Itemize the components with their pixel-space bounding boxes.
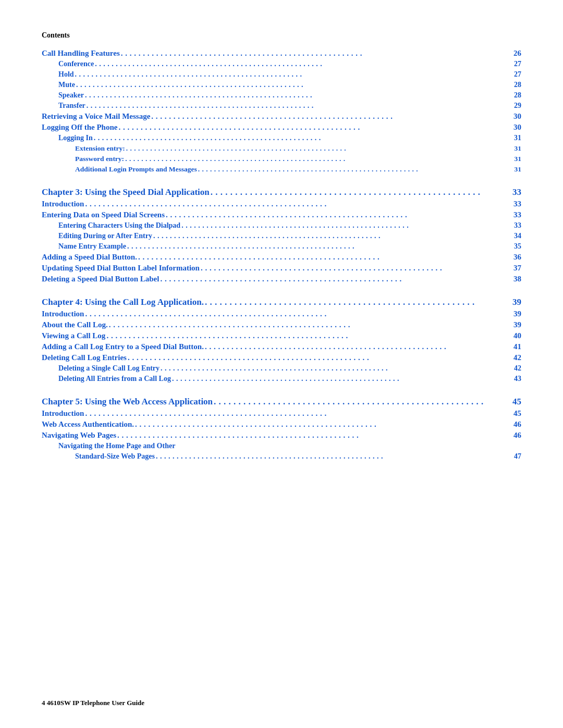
toc-page-extension-entry: 31 bbox=[507, 144, 521, 153]
toc-label-chapter4: Chapter 4: Using the Call Log Applicatio… bbox=[42, 297, 204, 307]
toc-page-entering-chars: 33 bbox=[507, 221, 521, 230]
toc-label-nav-standard: Standard-Size Web Pages bbox=[75, 452, 155, 461]
toc-label-transfer: Transfer bbox=[58, 102, 85, 110]
toc-page-conference: 27 bbox=[507, 60, 521, 68]
toc-dots-adding-speed: . . . . . . . . . . . . . . . . . . . . … bbox=[138, 253, 506, 262]
toc-entry-chapter5[interactable]: Chapter 5: Using the Web Access Applicat… bbox=[42, 397, 521, 407]
toc-entry-logging-off[interactable]: Logging Off the Phone . . . . . . . . . … bbox=[42, 123, 521, 132]
toc-label-nav-home: Navigating the Home Page and Other bbox=[58, 442, 175, 450]
toc-label-editing-during: Editing During or After Entry bbox=[58, 232, 152, 240]
toc-entry-web-auth[interactable]: Web Access Authentication. . . . . . . .… bbox=[42, 420, 521, 429]
toc-entry-intro5[interactable]: Introduction . . . . . . . . . . . . . .… bbox=[42, 409, 521, 418]
toc-label-chapter3: Chapter 3: Using the Speed Dial Applicat… bbox=[42, 187, 210, 198]
toc-page-chapter3: 33 bbox=[507, 187, 521, 198]
toc-label-deleting-call-entries: Deleting Call Log Entries bbox=[42, 353, 127, 362]
toc-label-entering-data: Entering Data on Speed Dial Screens bbox=[42, 211, 165, 219]
toc-entry-navigating-web[interactable]: Navigating Web Pages . . . . . . . . . .… bbox=[42, 431, 521, 440]
toc-entry-about-call-log[interactable]: About the Call Log. . . . . . . . . . . … bbox=[42, 320, 521, 329]
toc-label-entering-chars: Entering Characters Using the Dialpad bbox=[58, 221, 180, 230]
toc-entry-conference[interactable]: Conference . . . . . . . . . . . . . . .… bbox=[42, 60, 521, 68]
toc-dots-navigating-web: . . . . . . . . . . . . . . . . . . . . … bbox=[117, 431, 506, 440]
toc-label-intro3: Introduction bbox=[42, 200, 84, 208]
toc-entry-deleting-single[interactable]: Deleting a Single Call Log Entry . . . .… bbox=[42, 364, 521, 373]
toc-entry-hold[interactable]: Hold . . . . . . . . . . . . . . . . . .… bbox=[42, 70, 521, 79]
toc-dots-intro4: . . . . . . . . . . . . . . . . . . . . … bbox=[85, 310, 506, 318]
toc-dots-intro3: . . . . . . . . . . . . . . . . . . . . … bbox=[85, 200, 506, 208]
toc-label-password-entry: Password entry: bbox=[75, 155, 124, 163]
toc-dots-logging-off: . . . . . . . . . . . . . . . . . . . . … bbox=[118, 123, 506, 132]
toc-entry-logging-in[interactable]: Logging In . . . . . . . . . . . . . . .… bbox=[42, 134, 521, 142]
toc-entry-speaker[interactable]: Speaker . . . . . . . . . . . . . . . . … bbox=[42, 91, 521, 100]
toc-entry-updating-speed[interactable]: Updating Speed Dial Button Label Informa… bbox=[42, 264, 521, 273]
toc-dots-name-entry: . . . . . . . . . . . . . . . . . . . . … bbox=[127, 242, 506, 251]
toc-dots-call-handling: . . . . . . . . . . . . . . . . . . . . … bbox=[121, 49, 506, 58]
toc-entry-deleting-speed[interactable]: Deleting a Speed Dial Button Label . . .… bbox=[42, 275, 521, 283]
toc-dots-deleting-call-entries: . . . . . . . . . . . . . . . . . . . . … bbox=[128, 353, 506, 362]
toc-dots-logging-in: . . . . . . . . . . . . . . . . . . . . … bbox=[94, 134, 506, 142]
toc-entry-retrieving-voice[interactable]: Retrieving a Voice Mail Message . . . . … bbox=[42, 112, 521, 121]
toc-page-entering-data: 33 bbox=[507, 211, 521, 219]
toc-dots-deleting-all: . . . . . . . . . . . . . . . . . . . . … bbox=[172, 375, 506, 383]
toc-label-logging-in: Logging In bbox=[58, 134, 93, 142]
toc-page-intro3: 33 bbox=[507, 200, 521, 208]
toc-entry-editing-during[interactable]: Editing During or After Entry . . . . . … bbox=[42, 232, 521, 240]
toc-entry-entering-data[interactable]: Entering Data on Speed Dial Screens . . … bbox=[42, 211, 521, 219]
toc-entry-deleting-all[interactable]: Deleting All Entries from a Call Log . .… bbox=[42, 375, 521, 383]
toc-dots-mute: . . . . . . . . . . . . . . . . . . . . … bbox=[76, 81, 506, 89]
toc-entry-adding-call-log[interactable]: Adding a Call Log Entry to a Speed Dial … bbox=[42, 342, 521, 351]
toc-entry-chapter3[interactable]: Chapter 3: Using the Speed Dial Applicat… bbox=[42, 187, 521, 198]
footer: 4 4610SW IP Telephone User Guide bbox=[42, 699, 144, 707]
toc-label-logging-off: Logging Off the Phone bbox=[42, 123, 117, 132]
toc-label-viewing-call: Viewing a Call Log bbox=[42, 331, 105, 340]
toc-page-navigating-web: 46 bbox=[507, 431, 521, 440]
toc-page-viewing-call: 40 bbox=[507, 331, 521, 340]
toc-entry-chapter4[interactable]: Chapter 4: Using the Call Log Applicatio… bbox=[42, 297, 521, 307]
toc-entry-extension-entry[interactable]: Extension entry: . . . . . . . . . . . .… bbox=[42, 144, 521, 153]
toc-page-transfer: 29 bbox=[507, 102, 521, 110]
toc-entry-adding-speed[interactable]: Adding a Speed Dial Button. . . . . . . … bbox=[42, 253, 521, 262]
toc-label-speaker: Speaker bbox=[58, 91, 84, 100]
toc-page-updating-speed: 37 bbox=[507, 264, 521, 273]
toc-entry-entering-chars[interactable]: Entering Characters Using the Dialpad . … bbox=[42, 221, 521, 230]
toc-dots-speaker: . . . . . . . . . . . . . . . . . . . . … bbox=[85, 91, 506, 100]
toc-label-about-call-log: About the Call Log. bbox=[42, 320, 108, 329]
toc-entry-name-entry[interactable]: Name Entry Example . . . . . . . . . . .… bbox=[42, 242, 521, 251]
toc-page-logging-in: 31 bbox=[507, 134, 521, 142]
toc-page-hold: 27 bbox=[507, 70, 521, 79]
toc-page-call-handling: 26 bbox=[507, 49, 521, 58]
toc-entry-nav-standard[interactable]: Standard-Size Web Pages . . . . . . . . … bbox=[42, 452, 521, 461]
toc-entry-intro4[interactable]: Introduction . . . . . . . . . . . . . .… bbox=[42, 310, 521, 318]
toc-page-chapter5: 45 bbox=[507, 397, 521, 407]
toc-dots-nav-standard: . . . . . . . . . . . . . . . . . . . . … bbox=[156, 452, 506, 461]
toc-label-conference: Conference bbox=[58, 60, 94, 68]
toc-dots-chapter4: . . . . . . . . . . . . . . . . . . . . … bbox=[205, 297, 506, 307]
toc-dots-entering-data: . . . . . . . . . . . . . . . . . . . . … bbox=[166, 211, 506, 219]
toc-container: Call Handling Features . . . . . . . . .… bbox=[42, 49, 521, 461]
toc-page-web-auth: 46 bbox=[507, 420, 521, 429]
toc-label-deleting-all: Deleting All Entries from a Call Log bbox=[58, 375, 171, 383]
toc-dots-updating-speed: . . . . . . . . . . . . . . . . . . . . … bbox=[201, 264, 506, 273]
toc-dots-retrieving-voice: . . . . . . . . . . . . . . . . . . . . … bbox=[151, 112, 506, 121]
toc-entry-viewing-call[interactable]: Viewing a Call Log . . . . . . . . . . .… bbox=[42, 331, 521, 340]
toc-label-updating-speed: Updating Speed Dial Button Label Informa… bbox=[42, 264, 200, 273]
toc-label-deleting-single: Deleting a Single Call Log Entry bbox=[58, 364, 160, 373]
toc-dots-password-entry: . . . . . . . . . . . . . . . . . . . . … bbox=[125, 155, 506, 163]
toc-entry-intro3[interactable]: Introduction . . . . . . . . . . . . . .… bbox=[42, 200, 521, 208]
toc-entry-password-entry[interactable]: Password entry: . . . . . . . . . . . . … bbox=[42, 155, 521, 163]
toc-entry-mute[interactable]: Mute . . . . . . . . . . . . . . . . . .… bbox=[42, 81, 521, 89]
toc-entry-additional-login[interactable]: Additional Login Prompts and Messages . … bbox=[42, 165, 521, 174]
toc-dots-chapter3: . . . . . . . . . . . . . . . . . . . . … bbox=[211, 187, 506, 198]
toc-dots-chapter5: . . . . . . . . . . . . . . . . . . . . … bbox=[214, 397, 506, 407]
toc-dots-transfer: . . . . . . . . . . . . . . . . . . . . … bbox=[87, 102, 506, 110]
toc-label-adding-call-log: Adding a Call Log Entry to a Speed Dial … bbox=[42, 342, 204, 351]
toc-label-chapter5: Chapter 5: Using the Web Access Applicat… bbox=[42, 397, 213, 407]
toc-page-deleting-all: 43 bbox=[507, 375, 521, 383]
toc-entry-nav-home[interactable]: Navigating the Home Page and Other bbox=[42, 442, 521, 450]
toc-entry-call-handling[interactable]: Call Handling Features . . . . . . . . .… bbox=[42, 49, 521, 58]
toc-label-navigating-web: Navigating Web Pages bbox=[42, 431, 116, 440]
toc-entry-deleting-call-entries[interactable]: Deleting Call Log Entries . . . . . . . … bbox=[42, 353, 521, 362]
toc-page-adding-speed: 36 bbox=[507, 253, 521, 262]
toc-page-adding-call-log: 41 bbox=[507, 342, 521, 351]
toc-entry-transfer[interactable]: Transfer . . . . . . . . . . . . . . . .… bbox=[42, 102, 521, 110]
toc-label-retrieving-voice: Retrieving a Voice Mail Message bbox=[42, 112, 150, 121]
